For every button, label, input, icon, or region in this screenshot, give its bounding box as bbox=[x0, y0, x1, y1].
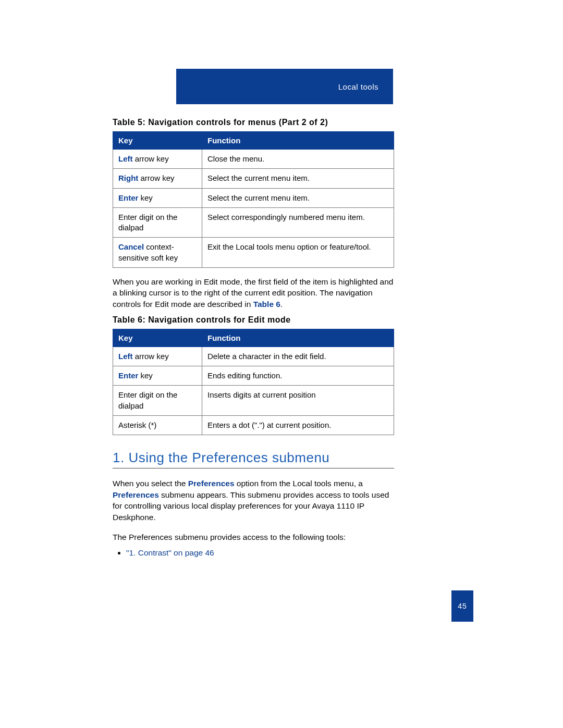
table6-caption: Table 6: Navigation controls for Edit mo… bbox=[113, 315, 394, 325]
para2-seg2: option from the Local tools menu, a bbox=[235, 479, 363, 488]
key-rest: Enter digit on the dialpad bbox=[118, 390, 177, 410]
list-item: "1. Contrast" on page 46 bbox=[126, 548, 394, 558]
page: Local tools Table 5: Navigation controls… bbox=[0, 0, 563, 728]
table-row: Asterisk (*) Enters a dot (".") at curre… bbox=[113, 415, 394, 435]
cell-function: Inserts digits at current position bbox=[202, 386, 394, 416]
section-title: Local tools bbox=[338, 82, 378, 91]
page-number-value: 45 bbox=[458, 602, 467, 610]
table6-caption-prefix: Table 6: bbox=[113, 315, 148, 324]
key-bold: Enter bbox=[118, 193, 138, 202]
table-row: Enter digit on the dialpad Select corres… bbox=[113, 207, 394, 238]
table-row: Left arrow key Delete a character in the… bbox=[113, 347, 394, 366]
key-rest: arrow key bbox=[133, 352, 169, 361]
key-bold: Left bbox=[118, 154, 133, 163]
table5-header-function: Function bbox=[202, 132, 394, 150]
key-rest: Enter digit on the dialpad bbox=[118, 213, 177, 232]
cell-function: Select the current menu item. bbox=[202, 169, 394, 188]
table-row: Enter key Select the current menu item. bbox=[113, 188, 394, 207]
key-rest: arrow key bbox=[138, 174, 174, 182]
paragraph-edit-mode-intro: When you are working in Edit mode, the f… bbox=[113, 276, 394, 310]
cell-function: Exit the Local tools menu option or feat… bbox=[202, 238, 394, 268]
page-content: Table 5: Navigation controls for menus (… bbox=[113, 113, 394, 561]
cell-function: Enters a dot (".") at current position. bbox=[202, 415, 394, 435]
cell-function: Ends editing function. bbox=[202, 366, 394, 386]
key-bold: Left bbox=[118, 352, 133, 361]
para2-bold1: Preferences bbox=[188, 479, 235, 488]
table-row: Left arrow key Close the menu. bbox=[113, 150, 394, 169]
key-rest: arrow key bbox=[133, 154, 169, 163]
table5: Key Function Left arrow key Close the me… bbox=[113, 131, 394, 268]
cell-function: Close the menu. bbox=[202, 150, 394, 169]
table-row: Right arrow key Select the current menu … bbox=[113, 169, 394, 188]
table-row: Cancel context-sensitive soft key Exit t… bbox=[113, 238, 394, 268]
table5-caption-text: Navigation controls for menus (Part 2 of… bbox=[148, 118, 328, 127]
table6-header-key: Key bbox=[113, 329, 202, 347]
para2-seg1: When you select the bbox=[113, 479, 188, 488]
para1-after: . bbox=[280, 300, 283, 309]
key-rest: key bbox=[138, 371, 153, 380]
key-bold: Enter bbox=[118, 371, 138, 380]
table-row: Enter key Ends editing function. bbox=[113, 366, 394, 386]
table6-crossref[interactable]: Table 6 bbox=[253, 300, 280, 309]
cell-function: Select correspondingly numbered menu ite… bbox=[202, 207, 394, 238]
cell-function: Delete a character in the edit field. bbox=[202, 347, 394, 366]
table5-header-key: Key bbox=[113, 132, 202, 150]
key-rest: Asterisk (*) bbox=[118, 421, 156, 429]
key-bold: Cancel bbox=[118, 242, 144, 251]
contrast-crossref[interactable]: "1. Contrast" on page 46 bbox=[126, 548, 214, 557]
key-rest: key bbox=[138, 193, 153, 202]
page-number: 45 bbox=[451, 590, 473, 622]
heading-preferences-submenu: 1. Using the Preferences submenu bbox=[113, 450, 394, 468]
paragraph-preferences-intro: When you select the Preferences option f… bbox=[113, 478, 394, 523]
table6-header-function: Function bbox=[202, 329, 394, 347]
tools-bullet-list: "1. Contrast" on page 46 bbox=[113, 548, 394, 558]
section-header: Local tools bbox=[176, 69, 393, 104]
paragraph-tools-list-intro: The Preferences submenu provides access … bbox=[113, 532, 394, 543]
table6-caption-text: Navigation controls for Edit mode bbox=[148, 315, 290, 324]
table-row: Enter digit on the dialpad Inserts digit… bbox=[113, 386, 394, 416]
para2-bold2: Preferences bbox=[113, 490, 159, 499]
table5-caption-prefix: Table 5: bbox=[113, 118, 148, 127]
cell-function: Select the current menu item. bbox=[202, 188, 394, 207]
key-bold: Right bbox=[118, 174, 138, 182]
table6: Key Function Left arrow key Delete a cha… bbox=[113, 329, 394, 435]
table5-caption: Table 5: Navigation controls for menus (… bbox=[113, 118, 394, 127]
